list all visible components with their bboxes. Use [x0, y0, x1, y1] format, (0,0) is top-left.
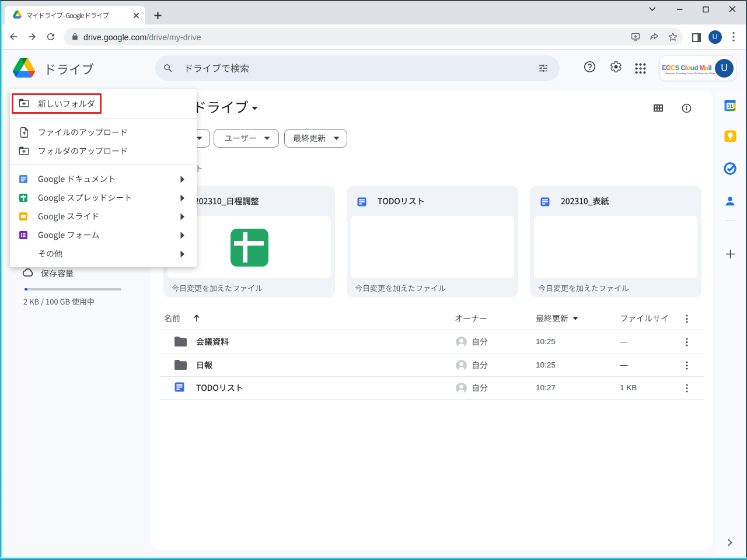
svg-text:31: 31 [727, 103, 733, 109]
